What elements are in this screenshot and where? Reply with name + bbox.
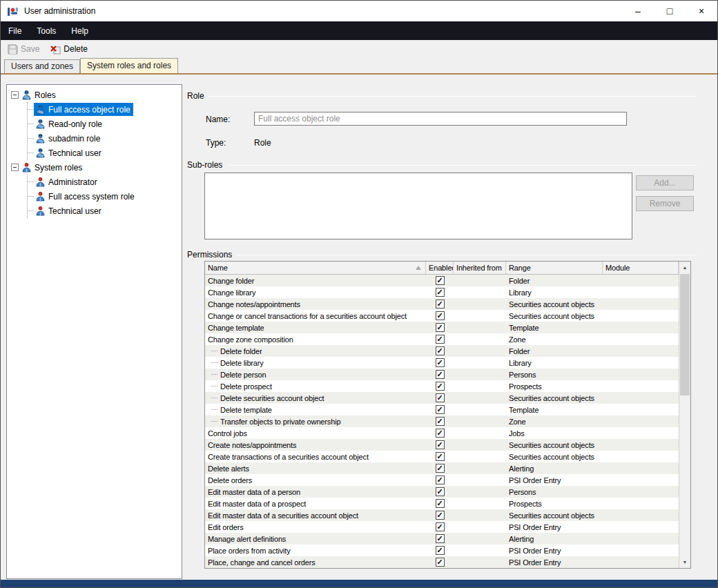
checked-checkbox-icon[interactable]: ✓ [436,452,445,461]
table-row[interactable]: Control jobs✓Jobs [205,427,679,439]
checked-checkbox-icon[interactable]: ✓ [436,487,445,496]
checked-checkbox-icon[interactable]: ✓ [436,546,445,555]
table-row[interactable]: Delete orders✓PSI Order Entry [205,474,679,486]
table-row[interactable]: Edit orders✓PSI Order Entry [205,521,679,533]
table-row[interactable]: Change or cancel transactions for a secu… [205,310,679,322]
table-row[interactable]: Change zone composition✓Zone [205,333,679,345]
permission-enabled[interactable]: ✓ [426,556,454,568]
permission-enabled[interactable]: ✓ [426,275,454,286]
tree-item-full-access-object-role[interactable]: Full access object role [28,102,182,117]
table-row[interactable]: Edit master data of a securities account… [205,509,679,521]
collapse-icon[interactable] [11,164,19,171]
collapse-icon[interactable] [11,91,19,99]
tree-item-technical-user[interactable]: Technical user [28,204,182,218]
table-row[interactable]: Place, change and cancel orders✓PSI Orde… [205,556,679,568]
permission-enabled[interactable]: ✓ [426,439,454,451]
column-header-enabled[interactable]: Enabled [426,262,454,274]
permission-enabled[interactable]: ✓ [426,545,454,556]
table-row[interactable]: Create transactions of a securities acco… [205,451,679,462]
permission-enabled[interactable]: ✓ [426,451,454,462]
checked-checkbox-icon[interactable]: ✓ [436,476,445,484]
permission-enabled[interactable]: ✓ [426,427,454,439]
checked-checkbox-icon[interactable]: ✓ [436,405,445,414]
permission-enabled[interactable]: ✓ [426,509,454,521]
maximize-button[interactable]: □ [654,1,686,21]
permission-enabled[interactable]: ✓ [426,486,454,498]
table-row[interactable]: Change library✓Library [205,286,679,298]
permission-enabled[interactable]: ✓ [426,498,454,509]
scroll-down-icon[interactable]: ▼ [679,556,690,568]
column-header-inherited-from[interactable]: Inherited from [454,262,506,274]
remove-subrole-button[interactable]: Remove [636,196,694,211]
checked-checkbox-icon[interactable]: ✓ [436,370,445,379]
permission-enabled[interactable]: ✓ [426,333,454,345]
table-row[interactable]: Delete prospect✓Prospects [205,380,679,392]
menu-item-help[interactable]: Help [64,21,96,40]
tree-group-system-roles[interactable]: System roles [7,160,182,175]
table-row[interactable]: Place orders from activity✓PSI Order Ent… [205,545,679,556]
table-row[interactable]: Delete library✓Library [205,357,679,369]
tree-group-roles[interactable]: Roles [7,88,182,102]
checked-checkbox-icon[interactable]: ✓ [436,335,445,344]
checked-checkbox-icon[interactable]: ✓ [436,522,445,531]
checked-checkbox-icon[interactable]: ✓ [436,417,445,426]
menu-item-file[interactable]: File [1,21,29,40]
checked-checkbox-icon[interactable]: ✓ [436,558,445,567]
table-row[interactable]: Delete person✓Persons [205,369,679,380]
checked-checkbox-icon[interactable]: ✓ [436,358,445,367]
table-row[interactable]: Edit master data of a prospect✓Prospects [205,498,679,509]
tree-item-technical-user[interactable]: Technical user [28,146,182,160]
permission-enabled[interactable]: ✓ [426,322,454,333]
permission-enabled[interactable]: ✓ [426,380,454,392]
checked-checkbox-icon[interactable]: ✓ [436,440,445,449]
permission-enabled[interactable]: ✓ [426,404,454,415]
checked-checkbox-icon[interactable]: ✓ [436,464,445,473]
permission-enabled[interactable]: ✓ [426,392,454,404]
permission-enabled[interactable]: ✓ [426,369,454,380]
checked-checkbox-icon[interactable]: ✓ [436,288,445,297]
subroles-list[interactable] [204,173,632,239]
tree-item-read-only-role[interactable]: Read-only role [28,117,182,131]
permission-enabled[interactable]: ✓ [426,533,454,545]
checked-checkbox-icon[interactable]: ✓ [436,382,445,391]
tab-system-roles-and-roles[interactable]: System roles and roles [80,58,178,73]
table-row[interactable]: Change notes/appointments✓Securities acc… [205,298,679,310]
menu-item-tools[interactable]: Tools [29,21,64,40]
checked-checkbox-icon[interactable]: ✓ [436,346,445,355]
column-header-module[interactable]: Module [603,262,679,274]
table-row[interactable]: Delete folder✓Folder [205,345,679,357]
close-button[interactable]: × [686,1,717,21]
permission-enabled[interactable]: ✓ [426,415,454,427]
table-row[interactable]: Create notes/appointments✓Securities acc… [205,439,679,451]
checked-checkbox-icon[interactable]: ✓ [436,323,445,332]
table-row[interactable]: Delete alerts✓Alerting [205,462,679,474]
permission-enabled[interactable]: ✓ [426,310,454,322]
checked-checkbox-icon[interactable]: ✓ [436,499,445,508]
checked-checkbox-icon[interactable]: ✓ [436,429,445,438]
tab-users-and-zones[interactable]: Users and zones [4,59,80,73]
table-row[interactable]: Manage alert definitions✓Alerting [205,533,679,545]
permission-enabled[interactable]: ✓ [426,298,454,310]
checked-checkbox-icon[interactable]: ✓ [436,534,445,543]
delete-button[interactable]: Delete [48,43,90,56]
table-row[interactable]: Delete securities account object✓Securit… [205,392,679,404]
table-row[interactable]: Change template✓Template [205,322,679,333]
permissions-scrollbar[interactable]: ▲ ▼ [679,262,690,568]
permission-enabled[interactable]: ✓ [426,345,454,357]
permission-enabled[interactable]: ✓ [426,521,454,533]
tree-item-subadmin-role[interactable]: subadmin role [28,131,182,146]
permission-enabled[interactable]: ✓ [426,462,454,474]
role-name-input[interactable] [254,112,627,126]
permission-enabled[interactable]: ✓ [426,474,454,486]
column-header-range[interactable]: Range [506,262,603,274]
minimize-button[interactable]: – [622,1,654,21]
tree-item-administrator[interactable]: Administrator [28,175,182,189]
permission-enabled[interactable]: ✓ [426,357,454,369]
table-row[interactable]: Delete template✓Template [205,404,679,415]
save-button[interactable]: Save [5,43,42,56]
column-header-name[interactable]: Name [205,262,426,274]
checked-checkbox-icon[interactable]: ✓ [436,311,445,320]
permission-enabled[interactable]: ✓ [426,286,454,298]
table-row[interactable]: Edit master data of a person✓Persons [205,486,679,498]
tree-item-full-access-system-role[interactable]: Full access system role [28,189,182,204]
